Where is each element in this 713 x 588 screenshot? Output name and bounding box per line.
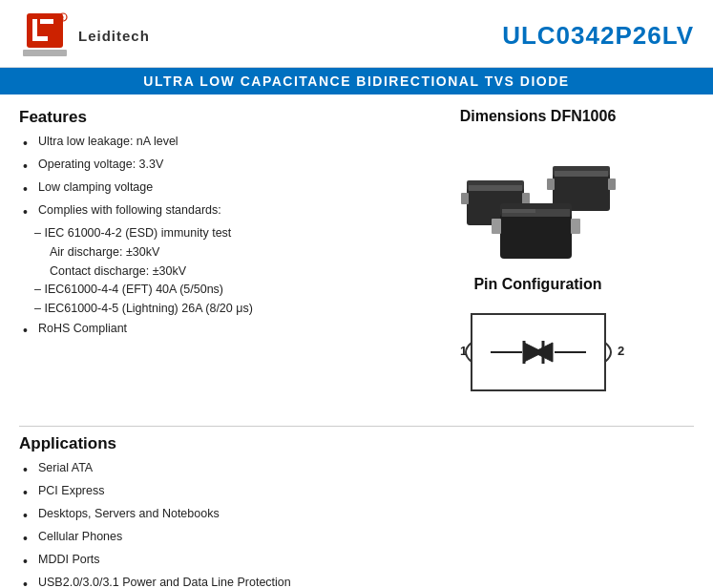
list-item: – IEC 61000-4-2 (ESD) immunity test [34, 224, 372, 242]
list-item: Air discharge: ±30kV [34, 243, 372, 262]
features-title: Features [19, 108, 372, 127]
svg-rect-0 [27, 13, 63, 48]
list-item: Desktops, Servers and Notebooks [23, 505, 694, 526]
list-item: Operating voltage: 3.3V [23, 156, 372, 177]
left-column: Features Ultra low leakage: nA level Ope… [19, 108, 372, 412]
list-item: Low clamping voltage [23, 178, 372, 200]
page-header: R Leiditech ULC0342P26LV [0, 0, 713, 68]
chip-diagram [438, 137, 639, 262]
right-column: Dimensions DFN1006 [382, 108, 694, 412]
company-logo: R [19, 10, 71, 61]
list-item: MDDI Ports [23, 551, 694, 572]
chip-image [433, 133, 643, 266]
list-item: Cellular Phones [23, 528, 694, 549]
applications-list: Serial ATA PCI Express Desktops, Servers… [19, 459, 694, 588]
svg-rect-10 [461, 193, 469, 204]
svg-rect-9 [469, 185, 522, 191]
applications-section: Applications Serial ATA PCI Express Desk… [0, 430, 713, 588]
svg-rect-11 [522, 193, 530, 204]
svg-text:R: R [61, 15, 65, 21]
list-item: USB2.0/3.0/3.1 Power and Data Line Prote… [23, 574, 694, 588]
pin-config-title: Pin Configuration [473, 276, 601, 293]
dimensions-title: Dimensions DFN1006 [460, 108, 617, 125]
standards-list: – IEC 61000-4-2 (ESD) immunity test Air … [19, 224, 372, 318]
list-item: Contact discharge: ±30kV [34, 262, 372, 281]
pin-svg: 1 2 [443, 304, 634, 410]
svg-rect-14 [555, 171, 608, 177]
svg-text:2: 2 [618, 344, 624, 358]
list-item: Serial ATA [23, 459, 694, 480]
section-divider [19, 426, 694, 427]
svg-rect-20 [502, 209, 535, 213]
features-list: Ultra low leakage: nA level Operating vo… [19, 133, 372, 222]
svg-rect-21 [492, 219, 501, 234]
pin-config-diagram: 1 2 [443, 304, 634, 412]
svg-rect-2 [32, 36, 48, 41]
svg-text:1: 1 [460, 344, 467, 358]
applications-title: Applications [19, 434, 694, 453]
list-item: – IEC61000-4-5 (Lightning) 26A (8/20 μs) [34, 300, 372, 318]
list-item: RoHS Compliant [23, 320, 372, 341]
main-content: Features Ultra low leakage: nA level Ope… [0, 94, 713, 422]
rohs-list: RoHS Compliant [19, 320, 372, 341]
logo-area: R Leiditech [19, 10, 150, 61]
svg-rect-16 [608, 178, 616, 190]
company-name: Leiditech [78, 28, 150, 44]
svg-rect-22 [571, 219, 580, 234]
title-banner: ULTRA LOW CAPACITANCE BIDIRECTIONAL TVS … [0, 68, 713, 94]
svg-rect-15 [547, 178, 555, 190]
part-number: ULC0342P26LV [502, 21, 694, 51]
list-item: Complies with following standards: [23, 201, 372, 222]
list-item: Ultra low leakage: nA level [23, 133, 372, 154]
list-item: PCI Express [23, 482, 694, 503]
svg-rect-3 [40, 19, 53, 24]
svg-rect-6 [23, 50, 67, 56]
list-item: – IEC61000-4-4 (EFT) 40A (5/50ns) [34, 281, 372, 299]
